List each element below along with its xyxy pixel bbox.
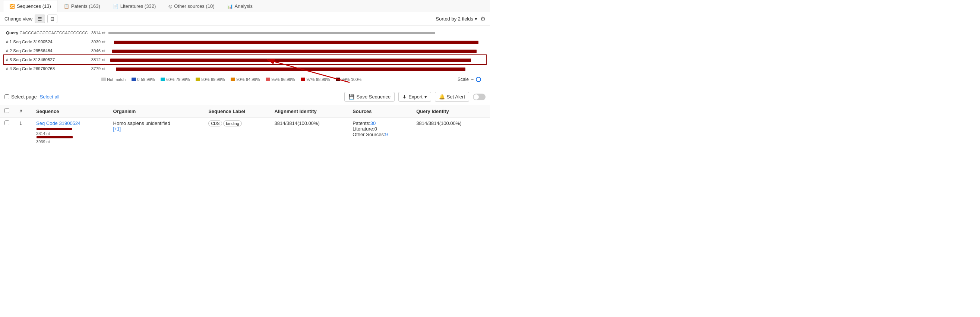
list-view-button[interactable]: ⊟ xyxy=(47,14,57,23)
align-bar-1 xyxy=(114,41,479,44)
col-query-identity: Query Identity xyxy=(412,105,490,118)
row-query-identity-0: 3814/3814(100.00%) xyxy=(412,118,490,147)
alert-toggle[interactable] xyxy=(473,94,485,100)
tab-analysis[interactable]: 📊 Analysis xyxy=(221,0,259,12)
scale-area: Scale − xyxy=(458,77,485,82)
toolbar-left: Change view ☰ ⊟ xyxy=(5,14,57,23)
align-row-1[interactable]: # 1 Seq Code 319005243939 nt xyxy=(5,38,485,46)
row-checkbox-cell-0 xyxy=(0,118,15,147)
align-bar-area-4 xyxy=(108,67,484,70)
align-row-label-1: # 1 Seq Code 31900524 xyxy=(6,40,88,44)
select-all-checkbox[interactable] xyxy=(5,108,9,113)
organism-name-0: Homo sapiens unidentified xyxy=(113,121,170,126)
legend-item-5: 95%-96.99% xyxy=(266,77,295,82)
align-row-0[interactable]: Query GACGCAGGCGCACTGCACCGCGCCGC...3814 … xyxy=(5,29,485,37)
scale-label: Scale xyxy=(458,77,469,82)
row-num-0: 1 xyxy=(15,118,32,147)
col-organism: Organism xyxy=(109,105,204,118)
scale-minus[interactable]: − xyxy=(471,77,474,82)
table-view-button[interactable]: ☰ xyxy=(35,14,45,23)
mini-nt2-0: 3939 nt xyxy=(36,140,73,144)
align-bar-4 xyxy=(116,67,465,71)
alert-icon: 🔔 xyxy=(439,94,445,100)
legend-color-4 xyxy=(231,78,235,81)
mini-nt1-0: 3814 nt xyxy=(36,131,73,136)
mini-bar-container-bottom-0 xyxy=(36,136,73,139)
settings-button[interactable]: ⚙ xyxy=(480,15,485,22)
legend-color-0 xyxy=(101,78,106,81)
select-bar-right: 💾 Save Sequence ⬇ Export ▾ 🔔 Set Alert xyxy=(344,92,485,102)
chevron-down-icon: ▾ xyxy=(475,16,477,22)
align-row-nt-4: 3779 nt xyxy=(88,66,108,71)
tab-patents[interactable]: 📋 Patents (163) xyxy=(57,0,107,12)
mini-bar-top-0 xyxy=(37,128,72,130)
separator xyxy=(0,87,490,87)
align-row-nt-2: 3946 nt xyxy=(88,48,108,53)
other-sources-link-0[interactable]: 9 xyxy=(385,132,388,137)
align-row-label-3: # 3 Seq Code 313460527 xyxy=(6,57,88,62)
legend-label-2: 60%-79.99% xyxy=(166,77,190,82)
legend-item-0: Not match xyxy=(101,77,126,82)
align-row-3[interactable]: # 3 Seq Code 3134605273812 nt xyxy=(5,56,485,64)
tabs-bar: 🔀 Sequences (13) 📋 Patents (163) 📄 Liter… xyxy=(0,0,490,12)
row-sources-cell-0: Patents:30 Literature:0 Other Sources:9 xyxy=(348,118,412,147)
sort-dropdown[interactable]: Sorted by 2 fields ▾ xyxy=(436,16,477,22)
export-button[interactable]: ⬇ Export ▾ xyxy=(398,92,431,102)
select-page-checkbox[interactable] xyxy=(5,94,9,99)
legend-label-3: 80%-89.99% xyxy=(201,77,225,82)
legend-item-4: 90%-94.99% xyxy=(231,77,260,82)
sequence-label-tag-binding: binding xyxy=(223,121,242,126)
scale-circle[interactable] xyxy=(476,77,481,82)
legend-color-2 xyxy=(161,78,165,81)
legend-label-1: 0-59.99% xyxy=(137,77,154,82)
select-page-checkbox-label[interactable]: Select page xyxy=(5,94,37,100)
legend-label-5: 95%-96.99% xyxy=(271,77,295,82)
save-sequence-button[interactable]: 💾 Save Sequence xyxy=(344,92,395,102)
toolbar-right: Sorted by 2 fields ▾ ⚙ xyxy=(436,15,485,22)
alignment-area: Query GACGCAGGCGCACTGCACCGCGCCGC...3814 … xyxy=(0,26,490,85)
legend-color-5 xyxy=(266,78,270,81)
export-icon: ⬇ xyxy=(402,94,407,100)
align-bar-area-3 xyxy=(108,58,484,61)
align-bar-area-1 xyxy=(108,40,484,43)
col-alignment-identity: Alignment Identity xyxy=(270,105,348,118)
col-num: # xyxy=(15,105,32,118)
align-row-2[interactable]: # 2 Seq Code 295664843946 nt xyxy=(5,46,485,55)
align-row-label-2: # 2 Seq Code 29566484 xyxy=(6,48,88,53)
legend-item-1: 0-59.99% xyxy=(132,77,154,82)
table-header-row: # Sequence Organism Sequence Label Align… xyxy=(0,105,490,118)
mini-bar-container-top-0 xyxy=(36,127,73,131)
sources-other-0: Other Sources:9 xyxy=(353,132,407,137)
col-sequence-label: Sequence Label xyxy=(204,105,270,118)
sequence-link-0[interactable]: Seq Code 31900524 xyxy=(36,121,81,126)
tab-literatures[interactable]: 📄 Literatures (332) xyxy=(107,0,162,12)
select-bar: Select page Select all 💾 Save Sequence ⬇… xyxy=(0,89,490,105)
legend-label-4: 90%-94.99% xyxy=(236,77,260,82)
table-row-0: 1 Seq Code 31900524 3814 nt 3939 nt Homo… xyxy=(0,118,490,147)
legend-color-6 xyxy=(301,78,305,81)
patents-icon: 📋 xyxy=(64,4,69,9)
tab-sequences[interactable]: 🔀 Sequences (13) xyxy=(3,0,57,12)
align-row-nt-1: 3939 nt xyxy=(88,40,108,44)
legend-area: Not match0-59.99%60%-79.99%80%-89.99%90%… xyxy=(5,73,485,85)
align-bar-2 xyxy=(112,49,477,53)
align-bar-0 xyxy=(108,32,435,34)
row-checkbox-0[interactable] xyxy=(5,121,9,125)
patents-link-0[interactable]: 30 xyxy=(371,121,375,126)
legend-item-2: 60%-79.99% xyxy=(161,77,190,82)
legend-label-6: 97%-98.99% xyxy=(306,77,330,82)
select-all-button[interactable]: Select all xyxy=(40,94,60,100)
organism-extra-link-0[interactable]: [+1] xyxy=(113,126,121,132)
align-row-4[interactable]: # 4 Seq Code 2697907683779 nt xyxy=(5,65,485,73)
legend-label-7: 99%-100% xyxy=(341,77,361,82)
align-row-nt-3: 3812 nt xyxy=(88,57,108,62)
set-alert-button[interactable]: 🔔 Set Alert xyxy=(435,92,469,102)
toolbar: Change view ☰ ⊟ Sorted by 2 fields ▾ ⚙ xyxy=(0,12,490,26)
row-sequence-cell-0: Seq Code 31900524 3814 nt 3939 nt xyxy=(32,118,109,147)
row-labels-cell-0: CDSbinding xyxy=(204,118,270,147)
align-bar-area-2 xyxy=(108,49,484,52)
legend-item-6: 97%-98.99% xyxy=(301,77,330,82)
legend-color-1 xyxy=(132,78,136,81)
legend-label-0: Not match xyxy=(107,77,126,82)
tab-other-sources[interactable]: ◎ Other sources (10) xyxy=(162,0,221,12)
